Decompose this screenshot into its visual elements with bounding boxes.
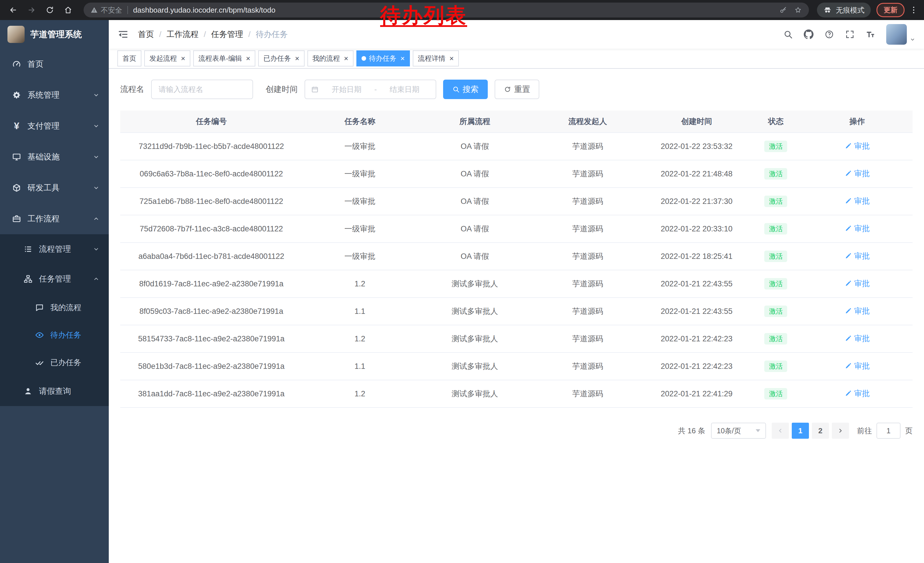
close-icon[interactable]: × (295, 55, 299, 62)
breadcrumb-item[interactable]: 任务管理 (211, 29, 243, 40)
page-button-1[interactable]: 1 (792, 423, 809, 439)
github-icon[interactable] (804, 30, 813, 39)
column-header: 状态 (750, 111, 802, 132)
sidebar-item-system[interactable]: 系统管理 (0, 80, 109, 111)
browser-menu-icon[interactable] (909, 6, 918, 15)
cell-process: OA 请假 (417, 160, 532, 188)
edit-icon (844, 307, 852, 315)
tab-label: 我的流程 (313, 54, 340, 63)
breadcrumb-item[interactable]: 首页 (138, 29, 154, 40)
breadcrumb-item[interactable]: 工作流程 (166, 29, 199, 40)
column-header: 任务名称 (303, 111, 417, 132)
tab-start-process[interactable]: 发起流程× (144, 50, 190, 66)
chevron-right-icon (837, 427, 844, 434)
approve-label: 审批 (854, 224, 870, 234)
sidebar-item-done-task[interactable]: 已办任务 (0, 349, 109, 376)
tab-form-edit[interactable]: 流程表单-编辑× (193, 50, 255, 66)
approve-button[interactable]: 审批 (844, 251, 870, 261)
approve-button[interactable]: 审批 (844, 361, 870, 371)
cell-id: 58154733-7ac8-11ec-a9e2-a2380e71991a (120, 325, 303, 353)
sidebar-item-my-process[interactable]: 我的流程 (0, 294, 109, 321)
search-button[interactable]: 搜索 (443, 80, 488, 99)
table-row: 58154733-7ac8-11ec-a9e2-a2380e71991a1.2测… (120, 325, 912, 353)
search-icon[interactable] (783, 30, 793, 39)
refresh-icon (504, 86, 511, 93)
tab-todo-task[interactable]: 待办任务× (356, 50, 410, 66)
sidebar-item-home[interactable]: 首页 (0, 49, 109, 80)
help-icon[interactable] (824, 30, 834, 39)
address-bar[interactable]: 不安全 dashboard.yudao.iocoder.cn/bpm/task/… (84, 3, 809, 18)
back-icon[interactable] (6, 3, 21, 18)
sidebar-item-leave-query[interactable]: 请假查询 (0, 376, 109, 406)
approve-button[interactable]: 审批 (844, 141, 870, 151)
cell-initiator: 芋道源码 (532, 132, 643, 160)
cell-created: 2022-01-22 21:48:48 (643, 160, 750, 188)
pagination: 共 16 条 10条/页 12 (120, 423, 912, 462)
approve-button[interactable]: 审批 (844, 168, 870, 179)
address-divider (128, 6, 128, 14)
sidebar-item-dev-tools[interactable]: 研发工具 (0, 173, 109, 203)
page-jump-input[interactable] (876, 423, 900, 439)
app-logo[interactable]: 芋道管理系统 (0, 20, 109, 49)
sidebar-item-workflow[interactable]: 工作流程 (0, 203, 109, 234)
cell-id: 75d72608-7b7f-11ec-a3c8-acde48001122 (120, 215, 303, 243)
cell-process: OA 请假 (417, 132, 532, 160)
sidebar-item-task-mgmt[interactable]: 任务管理 (0, 264, 109, 294)
close-icon[interactable]: × (344, 55, 348, 62)
sidebar-item-label: 研发工具 (27, 182, 87, 193)
status-badge: 激活 (764, 251, 787, 262)
close-icon[interactable]: × (449, 55, 454, 62)
task-table: 任务编号任务名称所属流程流程发起人创建时间状态操作 73211d9d-7b9b-… (120, 111, 912, 408)
user-avatar[interactable] (886, 24, 915, 45)
cell-id: a6aba0a4-7b6d-11ec-b781-acde48001122 (120, 243, 303, 270)
cell-process: OA 请假 (417, 188, 532, 215)
cell-created: 2022-01-21 22:41:29 (643, 380, 750, 407)
sidebar-item-payment[interactable]: ¥支付管理 (0, 111, 109, 141)
edit-icon (844, 225, 852, 232)
key-icon[interactable] (779, 6, 787, 14)
list-icon (23, 245, 33, 254)
approve-button[interactable]: 审批 (844, 196, 870, 206)
close-icon[interactable]: × (400, 55, 405, 62)
sidebar-item-todo-task[interactable]: 待办任务 (0, 321, 109, 349)
flow-icon (23, 274, 33, 284)
sidebar-toggle-icon[interactable] (117, 29, 129, 40)
approve-button[interactable]: 审批 (844, 333, 870, 344)
update-button[interactable]: 更新 (876, 3, 904, 17)
page-size-select[interactable]: 10条/页 (711, 423, 766, 439)
table-row: 73211d9d-7b9b-11ec-b5b7-acde48001122一级审批… (120, 132, 912, 160)
forward-icon[interactable] (24, 3, 39, 18)
tab-home[interactable]: 首页 (117, 50, 141, 66)
cell-created: 2022-01-21 22:43:55 (643, 270, 750, 297)
approve-button[interactable]: 审批 (844, 388, 870, 399)
page-button-2[interactable]: 2 (812, 423, 829, 439)
bookmark-star-icon[interactable] (794, 6, 802, 14)
edit-icon (844, 170, 852, 177)
date-range-picker[interactable]: 开始日期 - 结束日期 (304, 80, 436, 99)
tab-my-process[interactable]: 我的流程× (308, 50, 354, 66)
approve-button[interactable]: 审批 (844, 306, 870, 316)
cell-initiator: 芋道源码 (532, 270, 643, 297)
sidebar-item-process-mgmt[interactable]: 流程管理 (0, 234, 109, 264)
cell-name: 1.2 (303, 325, 417, 353)
close-icon[interactable]: × (246, 55, 250, 62)
breadcrumb: 首页/工作流程/任务管理/待办任务 (138, 29, 288, 40)
home-icon[interactable] (61, 3, 76, 18)
process-name-input[interactable] (151, 80, 253, 99)
cell-status: 激活 (750, 380, 802, 407)
font-size-icon[interactable] (866, 30, 875, 39)
tab-done-task[interactable]: 已办任务× (258, 50, 304, 66)
close-icon[interactable]: × (181, 55, 185, 62)
eye-icon (34, 330, 45, 339)
tab-process-detail[interactable]: 流程详情× (413, 50, 459, 66)
sidebar-item-label: 首页 (27, 59, 100, 70)
next-page-button[interactable] (832, 423, 849, 439)
reset-button[interactable]: 重置 (495, 80, 539, 99)
fullscreen-icon[interactable] (845, 30, 855, 39)
approve-button[interactable]: 审批 (844, 278, 870, 289)
prev-page-button[interactable] (772, 423, 789, 439)
reload-icon[interactable] (42, 3, 57, 18)
approve-button[interactable]: 审批 (844, 224, 870, 234)
sidebar-item-infra[interactable]: 基础设施 (0, 141, 109, 173)
cell-process: 测试多审批人 (417, 325, 532, 353)
